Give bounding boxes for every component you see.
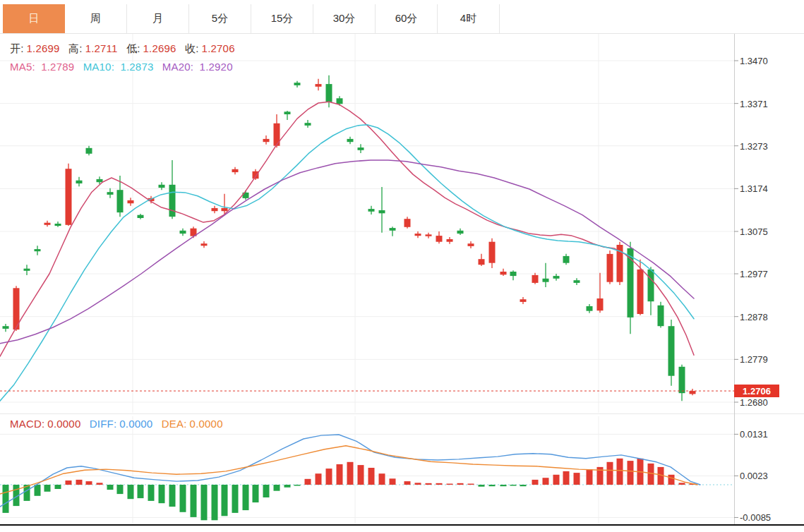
candle [3, 326, 9, 329]
candle [326, 84, 332, 102]
candle [597, 298, 604, 310]
macd-histogram [3, 459, 696, 521]
candle [107, 192, 114, 195]
ma20-value: 1.2920 [200, 61, 233, 73]
high-label: 高: [68, 42, 83, 54]
tab-30分[interactable]: 30分 [313, 4, 376, 33]
tab-月[interactable]: 月 [127, 4, 189, 33]
ma10-value: 1.2873 [120, 61, 153, 73]
macd-readout: MACD:0.0000 DIFF:0.0000 DEA:0.0000 [10, 418, 229, 430]
candle [637, 270, 644, 314]
ma-readout: MA5: 1.2789 MA10: 1.2873 MA20: 1.2920 [10, 61, 239, 73]
candle [648, 270, 654, 301]
candle [232, 169, 239, 172]
period-tabbar: 日周月5分15分30分60分4时 [0, 0, 804, 34]
grid-layer [0, 34, 734, 525]
candle [574, 280, 580, 283]
ma20-line [0, 160, 694, 344]
trading-chart-app: 日周月5分15分30分60分4时 开:1.2699 高:1.2711 低:1.2… [0, 0, 804, 532]
candle [510, 272, 517, 276]
candle [607, 254, 613, 282]
candle [358, 147, 364, 150]
candle [66, 169, 72, 225]
candle [337, 98, 343, 104]
candle [489, 242, 496, 263]
candle [263, 139, 270, 142]
candle [305, 123, 311, 126]
close-label: 收: [185, 42, 199, 54]
candle [543, 279, 549, 282]
candle [24, 269, 30, 271]
tab-60分[interactable]: 60分 [376, 4, 438, 33]
candle [587, 306, 593, 311]
candle [520, 299, 527, 302]
close-value: 1.2706 [202, 42, 235, 54]
candle [212, 208, 218, 211]
candle [436, 236, 443, 242]
candle [35, 249, 41, 251]
candle [294, 83, 301, 85]
candle [479, 259, 485, 265]
candle [117, 190, 124, 212]
candle [159, 185, 165, 188]
candle [553, 276, 560, 279]
candle [690, 391, 696, 394]
tab-15分[interactable]: 15分 [251, 4, 313, 33]
open-value: 1.2699 [27, 42, 60, 54]
candle [97, 179, 103, 182]
candle [316, 84, 322, 87]
candle [284, 111, 291, 114]
candle [532, 275, 539, 283]
tab-5分[interactable]: 5分 [189, 4, 251, 33]
candle [55, 224, 61, 226]
candle [169, 185, 176, 217]
candle [44, 223, 51, 225]
ma20-label: MA20: [162, 61, 193, 73]
open-label: 开: [10, 42, 24, 54]
candle [415, 234, 421, 236]
diff-label: DIFF: [90, 418, 117, 430]
candle [404, 219, 411, 227]
candle [447, 239, 453, 242]
ma10-label: MA10: [83, 61, 114, 73]
candle [379, 210, 385, 213]
macd-label: MACD: [10, 418, 44, 430]
ohlc-readout: 开:1.2699 高:1.2711 低:1.2696 收:1.2706 [10, 42, 241, 56]
high-value: 1.2711 [85, 42, 118, 54]
last-price-badge: 1.2706 [734, 385, 779, 397]
dea-value: 0.0000 [190, 418, 223, 430]
candle [500, 272, 507, 274]
tab-日[interactable]: 日 [3, 4, 65, 33]
candle [679, 367, 685, 393]
candle [128, 200, 134, 203]
candle [180, 231, 186, 234]
candle [222, 208, 228, 211]
ma5-label: MA5: [10, 61, 35, 73]
tab-4时[interactable]: 4时 [438, 4, 500, 33]
dea-label: DEA: [162, 418, 187, 430]
candle [426, 234, 432, 236]
candle [457, 231, 464, 234]
candle [563, 256, 570, 263]
candle [76, 181, 83, 183]
candle [138, 215, 144, 218]
candle [86, 148, 92, 154]
diff-value: 0.0000 [119, 418, 152, 430]
low-label: 低: [126, 42, 140, 54]
low-value: 1.2696 [143, 42, 176, 54]
chart-canvas[interactable] [0, 0, 804, 532]
candle [668, 326, 675, 376]
ma5-value: 1.2789 [41, 61, 74, 73]
tab-周[interactable]: 周 [65, 4, 127, 33]
candle [201, 243, 208, 246]
macd-value: 0.0000 [47, 418, 80, 430]
candle [658, 306, 664, 326]
candle [390, 228, 396, 231]
candle [468, 243, 474, 246]
candle [347, 139, 354, 142]
candle [368, 209, 375, 212]
